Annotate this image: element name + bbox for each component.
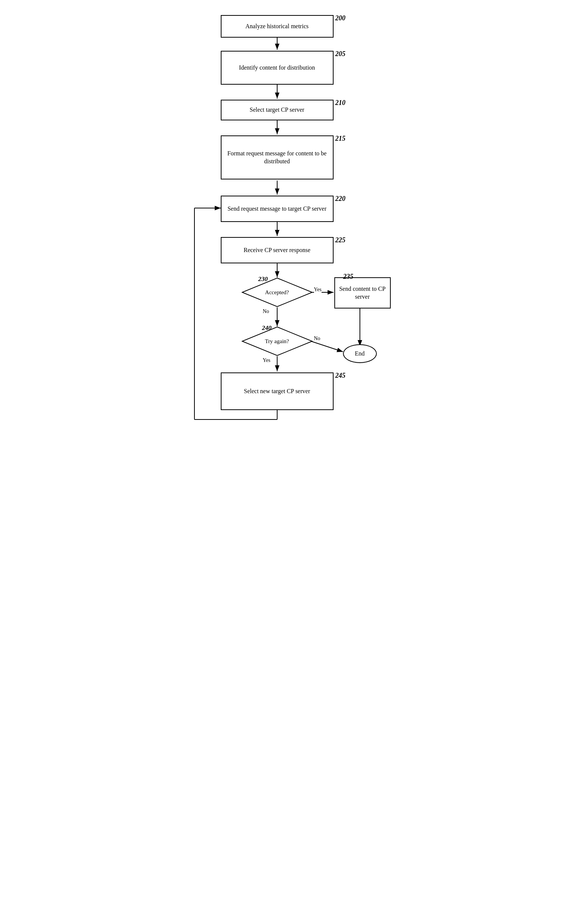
diamond-230-text: Accepted? <box>265 289 289 296</box>
step-205-label: 205 <box>335 50 345 58</box>
step-245-box: Select new target CP server <box>221 373 333 410</box>
step-235-label: 235 <box>343 273 353 281</box>
step-210-label: 210 <box>335 99 345 107</box>
diamond-240-text: Try again? <box>265 338 289 345</box>
end-text: End <box>355 350 365 357</box>
step-200-box: Analyze historical metrics <box>221 15 333 38</box>
step-225-box: Receive CP server response <box>221 237 333 263</box>
step-205-box: Identify content for distribution <box>221 51 333 85</box>
step-205-text: Identify content for distribution <box>239 64 315 72</box>
yes-240-label: Yes <box>263 358 271 364</box>
step-200-label: 200 <box>335 14 345 22</box>
step-220-label: 220 <box>335 195 345 203</box>
diamond-240-wrapper: Try again? <box>242 326 313 356</box>
step-215-box: Format request message for content to be… <box>221 135 333 180</box>
step-245-label: 245 <box>335 372 345 380</box>
step-200-text: Analyze historical metrics <box>246 23 309 30</box>
diamond-230-wrapper: Accepted? <box>242 277 313 307</box>
step-230-label: 230 <box>259 276 268 283</box>
step-235-text: Send content to CP server <box>335 285 390 301</box>
yes-230-label: Yes <box>314 287 321 293</box>
step-210-text: Select target CP server <box>250 106 304 114</box>
step-210-box: Select target CP server <box>221 100 333 120</box>
step-235-box: Send content to CP server <box>334 277 391 309</box>
end-oval: End <box>343 344 377 363</box>
no-230-label: No <box>263 309 269 315</box>
step-225-text: Receive CP server response <box>244 247 310 254</box>
step-215-text: Format request message for content to be… <box>222 150 333 166</box>
step-215-label: 215 <box>335 135 345 143</box>
svg-line-10 <box>311 341 343 352</box>
step-240-label: 240 <box>262 324 272 332</box>
step-225-label: 225 <box>335 236 345 244</box>
step-220-text: Send request message to target CP server <box>228 205 326 213</box>
flowchart-container: Analyze historical metrics 200 Identify … <box>172 8 397 422</box>
step-220-box: Send request message to target CP server <box>221 196 333 222</box>
step-245-text: Select new target CP server <box>244 388 310 396</box>
no-240-label: No <box>314 336 320 342</box>
